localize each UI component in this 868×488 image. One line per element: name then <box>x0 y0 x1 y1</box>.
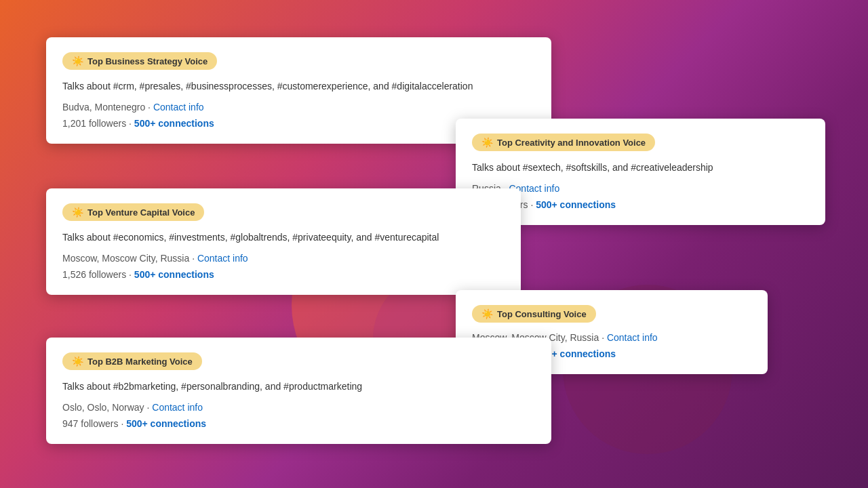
sun-icon: ☀️ <box>481 308 493 319</box>
contact-info-link[interactable]: Contact info <box>197 253 248 264</box>
location-line: Moscow, Moscow City, Russia · Contact in… <box>62 253 505 264</box>
stats-line: 1,526 followers · 500+ connections <box>62 269 505 280</box>
card-description: Talks about #b2bmarketing, #personalbran… <box>62 380 535 394</box>
contact-info-link[interactable]: Contact info <box>153 102 204 113</box>
location-line: Oslo, Oslo, Norway · Contact info <box>62 402 535 413</box>
location-text: Budva, Montenegro <box>62 102 145 113</box>
badge-label: Top Creativity and Innovation Voice <box>497 138 646 148</box>
badge-business-strategy: ☀️ Top Business Strategy Voice <box>62 52 217 70</box>
separator: · <box>601 332 607 343</box>
sun-icon: ☀️ <box>72 207 83 218</box>
card-venture-capital: ☀️ Top Venture Capital Voice Talks about… <box>46 188 521 295</box>
contact-info-link[interactable]: Contact info <box>607 332 658 343</box>
stats-line: 797 followers · 500+ connections <box>472 199 809 210</box>
followers-count: 1,201 followers <box>62 118 126 129</box>
sun-icon: ☀️ <box>481 137 493 148</box>
separator: · <box>148 102 153 113</box>
stats-line: 947 followers · 500+ connections <box>62 418 535 429</box>
badge-consulting: ☀️ Top Consulting Voice <box>472 305 596 323</box>
card-b2b-marketing: ☀️ Top B2B Marketing Voice Talks about #… <box>46 338 551 444</box>
badge-label: Top Venture Capital Voice <box>87 207 195 218</box>
badge-label: Top Business Strategy Voice <box>87 56 208 66</box>
location-text: Oslo, Oslo, Norway <box>62 402 144 413</box>
location-line: Budva, Montenegro · Contact info <box>62 102 535 113</box>
sun-icon: ☀️ <box>72 56 83 66</box>
connections-link[interactable]: 500+ connections <box>134 118 214 129</box>
badge-label: Top Consulting Voice <box>497 309 587 319</box>
separator2: · <box>129 118 134 129</box>
location-line: Russia · Contact info <box>472 183 809 194</box>
connections-link[interactable]: 500+ connections <box>536 199 616 210</box>
separator2: · <box>530 199 536 210</box>
followers-count: 947 followers <box>62 418 119 429</box>
contact-info-link[interactable]: Contact info <box>152 402 203 413</box>
separator2: · <box>121 418 126 429</box>
card-description: Talks about #crm, #presales, #businesspr… <box>62 79 535 94</box>
card-description: Talks about #sextech, #softskills, and #… <box>472 161 809 175</box>
badge-b2b-marketing: ☀️ Top B2B Marketing Voice <box>62 352 202 370</box>
followers-count: 1,526 followers <box>62 269 126 280</box>
connections-link[interactable]: 500+ connections <box>134 269 214 280</box>
badge-label: Top B2B Marketing Voice <box>87 357 193 367</box>
badge-creativity: ☀️ Top Creativity and Innovation Voice <box>472 134 655 151</box>
badge-venture-capital: ☀️ Top Venture Capital Voice <box>62 203 204 221</box>
connections-link[interactable]: 500+ connections <box>126 418 206 429</box>
card-description: Talks about #economics, #investments, #g… <box>62 230 505 245</box>
separator: · <box>192 253 197 264</box>
separator2: · <box>129 269 134 280</box>
sun-icon: ☀️ <box>72 356 83 367</box>
cards-container: ☀️ Top Business Strategy Voice Talks abo… <box>0 0 868 488</box>
location-text: Moscow, Moscow City, Russia <box>62 253 189 264</box>
